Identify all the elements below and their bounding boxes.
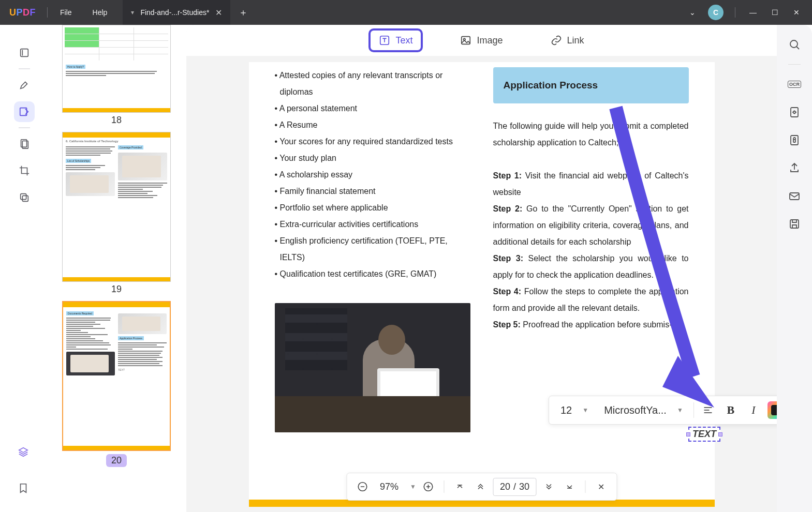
bullet-item: • Qualification test certificates (GRE, … — [275, 266, 470, 282]
window-titlebar: UPDF File Help ▾ Find-and-...r-Studies* … — [0, 0, 812, 25]
tab-title: Find-and-...r-Studies* — [140, 8, 209, 17]
image-tool-button[interactable]: Image — [452, 31, 511, 50]
ocr-icon[interactable]: OCR — [784, 74, 805, 95]
bold-button[interactable]: B — [722, 401, 740, 419]
left-column: • Attested copies of any relevant transc… — [275, 67, 470, 432]
highlighter-icon[interactable] — [14, 74, 35, 95]
reader-icon[interactable] — [14, 42, 35, 63]
search-icon[interactable] — [784, 34, 805, 55]
editing-text-content[interactable]: TEXT — [692, 429, 716, 439]
section-heading: Application Process — [493, 67, 689, 103]
mail-icon[interactable] — [784, 186, 805, 206]
svg-rect-7 — [462, 37, 470, 44]
bullet-item: • A scholarship essay — [275, 167, 470, 183]
close-pager-button[interactable]: ✕ — [593, 478, 609, 495]
pages-icon[interactable] — [14, 133, 35, 154]
svg-rect-15 — [790, 193, 799, 200]
bullet-item: • Family financial statement — [275, 183, 470, 200]
layers-icon[interactable] — [13, 442, 34, 462]
thumbnail-page-19[interactable]: 6. California Institute of Technology Li… — [53, 132, 180, 297]
resize-handle-left[interactable] — [686, 432, 690, 436]
edit-text-icon[interactable] — [14, 101, 35, 122]
menu-file[interactable]: File — [50, 8, 82, 17]
step-3: Step 3: Select the scholarship you would… — [493, 250, 689, 283]
tab-dropdown-icon[interactable]: ▾ — [131, 9, 134, 16]
chevron-down-icon[interactable]: ⌄ — [686, 6, 699, 19]
step-2: Step 2: Go to the "Currently Open" secti… — [493, 201, 689, 250]
share-icon[interactable] — [784, 158, 805, 178]
link-tool-label: Link — [567, 35, 584, 46]
left-tool-rail — [0, 25, 47, 512]
svg-rect-5 — [22, 195, 28, 201]
prev-page-button[interactable] — [473, 478, 489, 495]
step-5: Step 5: Proofread the application before… — [493, 317, 689, 333]
dropdown-icon: ▼ — [677, 406, 683, 414]
font-size-select[interactable]: 12 ▼ — [555, 404, 594, 416]
dropdown-icon: ▼ — [582, 406, 588, 414]
bullet-item: • Attested copies of any relevant transc… — [275, 67, 470, 100]
intro-text: The following guide will help you submit… — [493, 118, 689, 151]
align-left-button[interactable] — [699, 401, 717, 419]
document-area: Text Image Link • Attested copies of any… — [186, 25, 777, 512]
zoom-in-button[interactable] — [420, 478, 437, 495]
thumbnail-page-20[interactable]: Documents Required Application Process — [53, 301, 180, 470]
bullet-item: • Your study plan — [275, 150, 470, 167]
svg-point-11 — [790, 40, 798, 48]
bullet-item: • Portfolio set where applicable — [275, 200, 470, 216]
bullet-item: • A Resume — [275, 117, 470, 133]
stamp-icon[interactable] — [14, 187, 35, 208]
menu-help[interactable]: Help — [82, 8, 118, 17]
bookmark-icon[interactable] — [13, 478, 34, 499]
page-navigator: 97% ▼ 20 / 30 ✕ — [346, 473, 617, 501]
text-tool-label: Text — [395, 35, 412, 46]
bullet-item: • Extra-curricular activities certificat… — [275, 216, 470, 233]
resize-handle-right[interactable] — [718, 432, 722, 436]
window-minimize-button[interactable]: — — [747, 6, 759, 19]
bullet-item: • English proficiency certification (TOE… — [275, 233, 470, 266]
document-tab[interactable]: ▾ Find-and-...r-Studies* ✕ — [123, 0, 230, 25]
text-tool-button[interactable]: Text — [371, 31, 421, 50]
app-logo: UPDF — [0, 7, 45, 18]
svg-rect-12 — [791, 108, 798, 117]
thumbnail-label-current: 20 — [106, 454, 127, 467]
crop-icon[interactable] — [14, 160, 35, 181]
right-tool-rail: OCR — [777, 25, 812, 512]
window-close-button[interactable]: ✕ — [790, 6, 803, 19]
user-avatar[interactable]: C — [708, 5, 724, 20]
window-maximize-button[interactable]: ☐ — [769, 6, 781, 19]
page-number-input[interactable]: 20 / 30 — [493, 478, 536, 496]
tab-close-icon[interactable]: ✕ — [215, 8, 222, 18]
svg-rect-0 — [21, 49, 28, 57]
font-family-select[interactable]: MicrosoftYa... ▼ — [599, 404, 688, 416]
text-format-toolbar: 12 ▼ MicrosoftYa... ▼ B I ⌄ — [549, 396, 777, 425]
dropdown-icon: ▼ — [410, 483, 416, 490]
zoom-level-select[interactable]: 97% ▼ — [375, 481, 416, 492]
add-tab-button[interactable]: ＋ — [230, 6, 256, 19]
thumbnail-page-18[interactable]: How to Apply? 18 — [53, 25, 180, 128]
svg-rect-16 — [790, 220, 799, 228]
document-page[interactable]: • Attested copies of any relevant transc… — [249, 62, 715, 507]
last-page-button[interactable] — [561, 478, 578, 495]
thumbnail-label: 18 — [53, 113, 180, 128]
divider — [735, 7, 735, 18]
bullet-item: • A personal statement — [275, 100, 470, 117]
link-tool-button[interactable]: Link — [542, 31, 593, 50]
divider — [47, 7, 48, 18]
svg-rect-14 — [793, 140, 795, 142]
bullet-item: • Your scores for any required standardi… — [275, 133, 470, 150]
color-picker-button[interactable]: ⌄ — [767, 401, 777, 419]
zoom-out-button[interactable] — [354, 478, 371, 495]
text-edit-box[interactable]: TEXT — [688, 427, 720, 442]
next-page-button[interactable] — [540, 478, 557, 495]
edit-toolbar: Text Image Link — [186, 25, 777, 56]
protect-icon[interactable] — [784, 130, 805, 150]
thumbnails-panel: How to Apply? 18 6. California Institute… — [47, 25, 186, 512]
save-icon[interactable] — [784, 214, 805, 234]
first-page-button[interactable] — [452, 478, 468, 495]
step-1: Step 1: Visit the financial aid webpage … — [493, 168, 689, 201]
document-image — [275, 303, 470, 432]
convert-icon[interactable] — [784, 102, 805, 123]
image-tool-label: Image — [477, 35, 503, 46]
thumbnail-label: 19 — [53, 282, 180, 297]
italic-button[interactable]: I — [745, 401, 762, 419]
